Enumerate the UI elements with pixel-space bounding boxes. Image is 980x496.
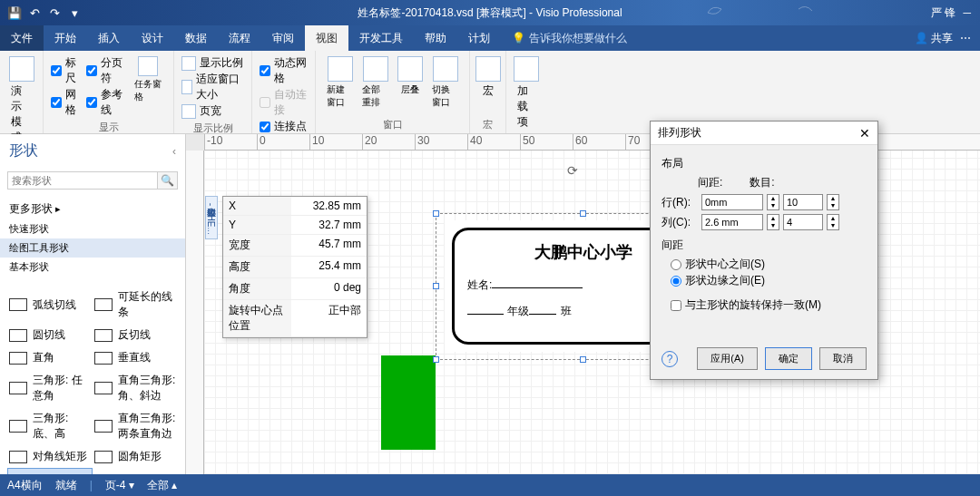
- prop-value[interactable]: 45.7 mm: [291, 235, 367, 256]
- tab-plan[interactable]: 计划: [457, 25, 501, 51]
- tab-review[interactable]: 审阅: [261, 25, 305, 51]
- addins-icon: [514, 56, 539, 82]
- qat-more-icon[interactable]: ▾: [67, 5, 82, 20]
- shape-icon: [94, 352, 113, 365]
- size-position-tab[interactable]: 大小和位置 - SHE...: [205, 196, 218, 239]
- shape-item[interactable]: 圆角矩形: [93, 445, 178, 468]
- addins-button[interactable]: 加载项: [514, 54, 539, 131]
- macros-button[interactable]: 宏: [477, 54, 498, 101]
- drawing-tools-item[interactable]: 绘图工具形状: [0, 238, 185, 258]
- col-spacing-input[interactable]: [701, 214, 763, 230]
- task-panes-button[interactable]: 任务窗格: [131, 54, 166, 119]
- col-spacing-spinner[interactable]: ▲▼: [767, 214, 779, 230]
- shapes-title: 形状: [9, 141, 38, 160]
- shape-icon: [9, 329, 27, 342]
- new-window-button[interactable]: 新建窗口: [323, 54, 357, 111]
- page-width-button[interactable]: 页宽: [181, 103, 244, 119]
- shape-icon: [94, 420, 113, 433]
- zoom-button[interactable]: 显示比例: [181, 55, 244, 71]
- tab-design[interactable]: 设计: [131, 25, 174, 51]
- user-name[interactable]: 严 锋: [931, 5, 956, 21]
- shape-item[interactable]: 弧线切线: [7, 286, 93, 324]
- search-shapes-input[interactable]: [7, 171, 158, 190]
- dialog-close-icon[interactable]: ✕: [859, 126, 870, 141]
- pane-collapse-icon[interactable]: ‹: [172, 145, 176, 158]
- guides-checkbox[interactable]: 参考线: [86, 87, 123, 118]
- cancel-button[interactable]: 取消: [819, 347, 867, 370]
- center-spacing-radio[interactable]: 形状中心之间(S): [671, 257, 867, 272]
- row-count-input[interactable]: [783, 194, 823, 210]
- row-spacing-input[interactable]: [701, 194, 763, 210]
- share-button[interactable]: 👤 共享: [915, 31, 953, 46]
- dynamic-grid-checkbox[interactable]: 动态网格: [260, 55, 308, 86]
- prop-value[interactable]: 32.85 mm: [291, 197, 367, 215]
- shape-item[interactable]: 矩形: [7, 468, 93, 474]
- ok-button[interactable]: 确定: [765, 347, 812, 370]
- tab-file[interactable]: 文件: [0, 25, 44, 51]
- shape-item[interactable]: 反切线: [93, 324, 178, 346]
- shape-item[interactable]: 直角三角形: 角、斜边: [93, 369, 178, 407]
- autoconnect-checkbox[interactable]: 自动连接: [260, 87, 308, 118]
- quick-access-toolbar: 💾 ↶ ↷ ▾: [0, 5, 89, 20]
- cascade-button[interactable]: 层叠: [394, 54, 426, 111]
- tab-home[interactable]: 开始: [44, 25, 87, 51]
- shape-icon: [94, 329, 113, 342]
- prop-value[interactable]: 32.7 mm: [291, 216, 367, 234]
- connection-points-checkbox[interactable]: 连接点: [260, 119, 308, 134]
- sheet-name[interactable]: A4横向: [7, 478, 43, 493]
- shape-item[interactable]: 三角形: 底、高: [7, 407, 93, 445]
- green-rectangle-shape[interactable]: [381, 355, 436, 450]
- prop-value[interactable]: 0 deg: [291, 278, 367, 299]
- basic-shapes-item[interactable]: 基本形状: [0, 258, 185, 277]
- tab-view[interactable]: 视图: [305, 25, 348, 51]
- shape-item[interactable]: 可延长的线条: [93, 286, 178, 324]
- redo-icon[interactable]: ↷: [47, 5, 62, 20]
- row-spacing-spinner[interactable]: ▲▼: [767, 194, 779, 210]
- col-count-spinner[interactable]: ▲▼: [827, 214, 839, 230]
- shape-item[interactable]: 斜切矩形: [93, 468, 178, 474]
- apply-button[interactable]: 应用(A): [697, 347, 758, 370]
- rotation-handle-icon[interactable]: ⟳: [567, 163, 578, 178]
- window-minimize-icon[interactable]: ─: [963, 6, 971, 19]
- shape-item[interactable]: 直角三角形: 两条直角边: [93, 407, 178, 445]
- quick-shapes-item[interactable]: 快速形状: [0, 219, 185, 238]
- tab-process[interactable]: 流程: [218, 25, 261, 51]
- more-shapes-item[interactable]: 更多形状 ▸: [0, 199, 185, 219]
- save-icon[interactable]: 💾: [7, 5, 22, 20]
- shape-item[interactable]: 三角形: 任意角: [7, 369, 93, 407]
- tab-data[interactable]: 数据: [174, 25, 218, 51]
- prop-value[interactable]: 25.4 mm: [291, 257, 367, 277]
- prop-value[interactable]: 正中部: [291, 300, 367, 336]
- switch-window-button[interactable]: 切换窗口: [428, 54, 462, 111]
- help-icon[interactable]: ?: [662, 351, 678, 367]
- tab-developer[interactable]: 开发工具: [348, 25, 414, 51]
- pagewidth-icon: [181, 104, 196, 119]
- undo-icon[interactable]: ↶: [27, 5, 42, 20]
- fit-window-button[interactable]: 适应窗口大小: [181, 72, 244, 102]
- tell-me[interactable]: 💡告诉我你想要做什么: [501, 25, 638, 51]
- col-count-input[interactable]: [783, 214, 823, 230]
- shape-item[interactable]: 圆切线: [7, 324, 93, 346]
- grid-checkbox[interactable]: 网格: [51, 87, 79, 118]
- ruler-checkbox[interactable]: 标尺: [51, 55, 79, 86]
- row-count-spinner[interactable]: ▲▼: [827, 194, 839, 210]
- shape-item[interactable]: 对角线矩形: [7, 445, 93, 468]
- tab-insert[interactable]: 插入: [87, 25, 131, 51]
- arrange-all-button[interactable]: 全部重排: [358, 54, 392, 111]
- keep-rotation-checkbox[interactable]: 与主形状的旋转保持一致(M): [671, 297, 867, 313]
- edge-spacing-radio[interactable]: 形状边缘之间(E): [671, 273, 867, 288]
- size-position-panel[interactable]: X32.85 mmY32.7 mm宽度45.7 mm高度25.4 mm角度0 d…: [222, 196, 368, 338]
- zoom-all[interactable]: 全部 ▴: [147, 478, 177, 493]
- presentation-mode-button[interactable]: 演示模式: [7, 54, 35, 147]
- vertical-ruler: [186, 151, 204, 474]
- shape-item[interactable]: 直角: [7, 346, 93, 369]
- switch-icon: [433, 56, 458, 82]
- page-indicator[interactable]: 页-4 ▾: [105, 478, 134, 493]
- tab-help[interactable]: 帮助: [414, 25, 457, 51]
- search-button[interactable]: 🔍: [158, 171, 178, 190]
- shape-item[interactable]: 垂直线: [93, 346, 178, 369]
- decorative-butterflies: [690, 0, 871, 25]
- collapse-ribbon-icon[interactable]: ⋯: [960, 32, 971, 44]
- pagebreak-checkbox[interactable]: 分页符: [86, 55, 123, 86]
- window-title: 姓名标签-20170418.vsd [兼容模式] - Visio Profess…: [358, 5, 622, 21]
